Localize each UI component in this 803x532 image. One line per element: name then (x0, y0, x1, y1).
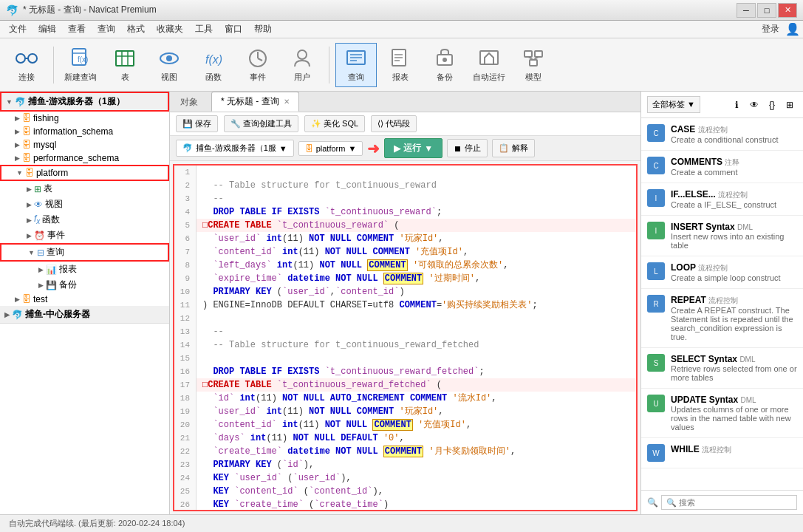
toolbar-view[interactable]: 视图 (148, 43, 190, 87)
sidebar-item-report-sub[interactable]: ▶ 📊 报表 (0, 262, 169, 277)
menu-query[interactable]: 查询 (92, 21, 121, 37)
toolbar-new-query-label: 新建查询 (64, 72, 97, 83)
sidebar-item-view[interactable]: ▶ 👁 视图 (0, 197, 169, 212)
create-tool-button[interactable]: 🔧 查询创建工具 (224, 115, 298, 132)
toolbar-function[interactable]: f(x) 函数 (193, 43, 234, 87)
toolbar-event[interactable]: 事件 (237, 43, 279, 87)
menu-view[interactable]: 查看 (62, 21, 92, 37)
svg-text:f(x): f(x) (78, 55, 88, 64)
toolbar-table[interactable]: 表 (104, 43, 146, 87)
sidebar-item-perf-schema[interactable]: ▶ 🗄 performance_schema (0, 151, 169, 165)
close-button[interactable]: ✕ (778, 3, 797, 18)
snippet-item-ifelse[interactable]: I IF...ELSE... 流程控制 Create a IF_ELSE_ co… (641, 183, 803, 216)
sidebar-item-platform[interactable]: ▼ 🗄 platform (0, 165, 169, 181)
login-label[interactable]: 登录 (762, 23, 779, 35)
code-snippet-button[interactable]: ⟨⟩ 代码段 (371, 115, 417, 132)
snippet-icon-repeat: R (647, 295, 665, 313)
objects-tab[interactable]: 对象 (173, 93, 205, 112)
snippet-item-update[interactable]: U UPDATE Syntax DML Updates columns of o… (641, 389, 803, 438)
code-rp-icon[interactable]: {} (765, 98, 779, 112)
expand-icon-backup-sub: ▶ (38, 282, 44, 289)
menu-tools[interactable]: 工具 (189, 21, 219, 37)
toolbar-report-label: 报表 (392, 72, 409, 83)
snippet-desc-repeat: Create A REPEAT construct. The Statement… (671, 306, 797, 341)
snippet-item-comments[interactable]: C COMMENTS 注释 Create a comment (641, 151, 803, 183)
sidebar-item-event[interactable]: ▶ ⏰ 事件 (0, 228, 169, 243)
snippet-icon-insert: I (647, 222, 665, 239)
sidebar-item-test[interactable]: ▶ 🗄 test (0, 293, 169, 306)
toolbar-view-label: 视图 (161, 72, 177, 83)
snippet-item-select[interactable]: S SELECT Syntax DML Retrieve rows select… (641, 348, 803, 389)
eye-rp-icon[interactable]: 👁 (747, 98, 762, 112)
toolbar-sep-1 (53, 47, 54, 83)
toolbar-backup[interactable]: 备份 (424, 43, 465, 87)
tag-selector[interactable]: 全部标签 ▼ (647, 96, 700, 113)
sidebar-item-backup-sub[interactable]: ▶ 💾 备份 (0, 277, 169, 293)
toolbar-new-query[interactable]: f(x) 新建查询 (60, 43, 101, 87)
menu-edit[interactable]: 编辑 (33, 21, 62, 37)
menu-window[interactable]: 窗口 (219, 21, 248, 37)
query-sub-label: 查询 (47, 246, 64, 259)
sidebar-group-header-1[interactable]: ▼ 🐬 捕鱼-游戏服务器（1服） (0, 92, 169, 112)
code-editor[interactable]: 1 2 -- Table structure for t_continuous_… (173, 164, 638, 511)
grid-rp-icon[interactable]: ⊞ (782, 98, 797, 112)
stop-button[interactable]: ⏹ 停止 (447, 139, 488, 157)
right-panel-icons: ℹ 👁 {} ⊞ (729, 98, 797, 112)
minimize-button[interactable]: ─ (737, 3, 756, 18)
db-label-mysql: mysql (33, 140, 56, 150)
menu-file[interactable]: 文件 (3, 21, 33, 37)
sidebar-item-query-sub[interactable]: ▼ ⊟ 查询 (0, 243, 169, 262)
tag-selector-arrow: ▼ (687, 100, 695, 109)
search-input[interactable] (661, 495, 797, 510)
expand-icon-group2: ▶ (4, 311, 10, 318)
toolbar-model[interactable]: 模型 (513, 43, 554, 87)
menu-favorites[interactable]: 收藏夹 (151, 21, 189, 37)
query-tab[interactable]: * 无标题 - 查询 ✕ (211, 92, 299, 112)
expand-icon-1: ▼ (6, 98, 13, 106)
snippet-icon-loop: L (647, 262, 665, 280)
code-line-19: 19 `user_id` int(11) NOT NULL COMMENT '玩… (174, 405, 636, 418)
snippet-item-loop[interactable]: L LOOP 流程控制 Create a simple loop constru… (641, 256, 803, 289)
sidebar-item-information-schema[interactable]: ▶ 🗄 information_schema (0, 125, 169, 138)
toolbar-report[interactable]: 报表 (380, 43, 421, 87)
sidebar-item-func[interactable]: ▶ fx 函数 (0, 212, 169, 228)
snippet-desc-select: Retrieve rows selected from one or more … (671, 364, 797, 382)
snippet-info-comments: COMMENTS 注释 Create a comment (671, 157, 797, 177)
run-button[interactable]: ▶ 运行 ▼ (384, 138, 442, 158)
sidebar-item-mysql[interactable]: ▶ 🗄 mysql (0, 138, 169, 151)
info-icon[interactable]: ℹ (729, 98, 744, 112)
toolbar-connect[interactable]: 连接 (6, 43, 47, 87)
snippet-name-case: CASE 流程控制 (671, 124, 797, 135)
sidebar-group-header-2[interactable]: ▶ 🐬 捕鱼-中心服务器 (0, 306, 169, 324)
toolbar-autorun[interactable]: 自动运行 (468, 43, 510, 87)
user-icon: 👤 (785, 22, 800, 36)
snippet-item-insert[interactable]: I INSERT Syntax DML Insert new rows into… (641, 216, 803, 256)
db-icon-mysql: 🗄 (22, 140, 31, 150)
sidebar: ▼ 🐬 捕鱼-游戏服务器（1服） ▶ 🗄 fishing ▶ 🗄 informa… (0, 92, 170, 514)
save-button[interactable]: 💾 保存 (176, 115, 218, 132)
sidebar-item-table[interactable]: ▶ ⊞ 表 (0, 181, 169, 197)
snippet-item-while[interactable]: W WHILE 流程控制 (641, 438, 803, 468)
create-tool-icon: 🔧 (230, 119, 241, 129)
menu-help[interactable]: 帮助 (248, 21, 278, 37)
explain-button[interactable]: 📋 解释 (492, 139, 535, 157)
server-icon-2: 🐬 (12, 310, 23, 320)
snippet-item-case[interactable]: C CASE 流程控制 Create a conditional constru… (641, 118, 803, 151)
code-line-2: 2 -- Table structure for t_continuous_re… (174, 179, 636, 192)
connection-selector[interactable]: 🐬 捕鱼-游戏服务器（1服 ▼ (176, 140, 294, 157)
menu-format[interactable]: 格式 (121, 21, 151, 37)
sidebar-item-fishing[interactable]: ▶ 🗄 fishing (0, 112, 169, 125)
toolbar-user[interactable]: 用户 (281, 43, 323, 87)
maximize-button[interactable]: □ (757, 3, 776, 18)
toolbar-query[interactable]: 查询 (335, 43, 377, 87)
model-icon (522, 47, 545, 70)
database-selector[interactable]: 🗄 platform ▼ (298, 141, 363, 156)
code-line-20: 20 `content_id` int(11) NOT NULL COMMENT… (174, 418, 636, 432)
snippet-item-repeat[interactable]: R REPEAT 流程控制 Create A REPEAT construct.… (641, 289, 803, 348)
snippet-icon-comments: C (647, 157, 665, 174)
beautify-button[interactable]: ✨ 美化 SQL (304, 115, 365, 132)
func-sub-label: 函数 (42, 214, 60, 226)
snippet-name-repeat: REPEAT 流程控制 (671, 295, 797, 306)
query-tab-close[interactable]: ✕ (284, 98, 290, 106)
db-icon-info: 🗄 (22, 126, 31, 137)
